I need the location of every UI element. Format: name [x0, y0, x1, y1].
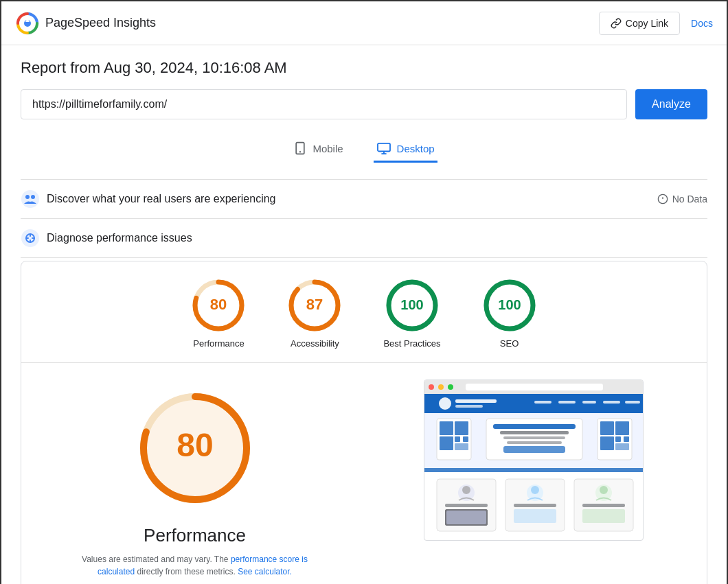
no-data-badge: No Data [657, 194, 707, 205]
svg-rect-62 [503, 436, 565, 439]
svg-rect-69 [615, 436, 621, 442]
best-practices-label: Best Practices [383, 338, 440, 349]
bottom-section: 80 Performance Values are estimated and … [32, 363, 696, 584]
screenshot-right [371, 379, 696, 578]
big-performance-circle: 80 [126, 379, 264, 517]
accessibility-circle: 87 [287, 278, 342, 333]
see-calculator-link[interactable]: See calculator. [238, 567, 292, 576]
svg-rect-67 [615, 421, 629, 435]
svg-point-38 [438, 384, 444, 390]
tab-desktop[interactable]: Desktop [374, 136, 437, 163]
svg-rect-45 [455, 405, 483, 408]
analyze-button[interactable]: Analyze [635, 89, 707, 119]
header-actions: Copy Link Docs [599, 12, 713, 35]
copy-link-button[interactable]: Copy Link [599, 12, 680, 35]
svg-rect-57 [463, 436, 468, 442]
seo-circle: 100 [482, 278, 537, 333]
desktop-icon [376, 142, 391, 154]
best-practices-circle: 100 [385, 278, 440, 333]
link-icon [611, 18, 622, 29]
svg-rect-56 [455, 436, 460, 442]
svg-rect-71 [615, 443, 629, 450]
svg-rect-76 [445, 504, 488, 507]
svg-point-10 [31, 195, 35, 199]
svg-rect-44 [455, 399, 497, 403]
performance-circle: 80 [191, 278, 246, 333]
accessibility-label: Accessibility [291, 338, 339, 349]
svg-text:80: 80 [177, 427, 213, 463]
website-screenshot [424, 379, 644, 541]
svg-rect-61 [500, 431, 569, 434]
svg-point-83 [531, 486, 539, 494]
svg-point-88 [600, 486, 608, 494]
svg-rect-85 [514, 509, 556, 523]
performance-label: Performance [193, 338, 244, 349]
real-users-icon [21, 189, 40, 209]
url-input[interactable] [21, 89, 627, 119]
svg-point-37 [429, 384, 434, 390]
svg-text:87: 87 [306, 296, 323, 313]
svg-rect-66 [600, 421, 614, 435]
scores-row: 80 Performance 87 Accessibility [32, 278, 696, 362]
svg-rect-70 [624, 436, 629, 442]
perf-note: Values are estimated and may vary. The p… [71, 553, 319, 578]
tab-desktop-label: Desktop [397, 143, 435, 154]
svg-point-14 [21, 229, 39, 247]
svg-rect-54 [455, 421, 468, 435]
svg-text:100: 100 [498, 297, 521, 312]
perf-note-mid: directly from these metrics. [137, 567, 238, 576]
scores-card: 80 Performance 87 Accessibility [21, 261, 707, 584]
svg-point-8 [21, 190, 39, 208]
copy-link-label: Copy Link [626, 18, 668, 29]
svg-rect-55 [440, 436, 453, 450]
svg-rect-49 [603, 401, 620, 404]
svg-rect-50 [625, 401, 640, 404]
svg-rect-84 [514, 504, 556, 507]
score-item-seo: 100 SEO [482, 278, 537, 349]
svg-rect-40 [466, 384, 603, 390]
svg-rect-63 [507, 441, 562, 444]
info-icon [657, 194, 668, 205]
tabs-row: Mobile Desktop [21, 136, 707, 163]
svg-rect-68 [600, 436, 614, 450]
tab-mobile[interactable]: Mobile [291, 136, 345, 163]
svg-rect-53 [440, 421, 453, 435]
svg-rect-48 [582, 401, 596, 404]
svg-point-43 [439, 397, 451, 410]
main-content: Report from Aug 30, 2024, 10:16:08 AM An… [1, 45, 727, 584]
mobile-icon [293, 141, 307, 155]
svg-rect-46 [534, 401, 551, 404]
svg-rect-60 [493, 424, 576, 429]
svg-rect-58 [455, 443, 468, 450]
svg-rect-90 [582, 509, 625, 523]
big-perf-title: Performance [144, 525, 246, 546]
seo-label: SEO [500, 338, 519, 349]
perf-note-text: Values are estimated and may vary. The [82, 554, 228, 564]
svg-rect-5 [378, 143, 390, 152]
url-row: Analyze [21, 89, 707, 119]
real-users-title: Discover what your real users are experi… [47, 193, 650, 205]
svg-rect-64 [503, 446, 565, 453]
svg-rect-89 [582, 504, 625, 507]
svg-rect-47 [558, 401, 576, 404]
diagnose-title: Diagnose performance issues [47, 232, 707, 244]
svg-point-9 [25, 195, 30, 199]
logo-area: PageSpeed Insights [15, 11, 156, 36]
score-item-performance: 80 Performance [191, 278, 246, 349]
svg-point-39 [448, 384, 453, 390]
svg-rect-80 [446, 511, 486, 524]
docs-link[interactable]: Docs [691, 18, 713, 29]
svg-point-77 [462, 486, 470, 494]
app-header: PageSpeed Insights Copy Link Docs [1, 1, 727, 45]
diagnose-icon [21, 229, 40, 248]
score-item-best-practices: 100 Best Practices [383, 278, 440, 349]
no-data-label: No Data [672, 194, 707, 205]
report-title: Report from Aug 30, 2024, 10:16:08 AM [21, 59, 707, 77]
svg-text:100: 100 [400, 297, 423, 312]
tab-mobile-label: Mobile [312, 143, 343, 154]
section-diagnose: Diagnose performance issues [21, 218, 707, 258]
perf-left: 80 Performance Values are estimated and … [32, 379, 357, 578]
svg-rect-72 [424, 468, 644, 472]
psi-logo-icon [15, 11, 40, 36]
section-real-users: Discover what your real users are experi… [21, 179, 707, 218]
